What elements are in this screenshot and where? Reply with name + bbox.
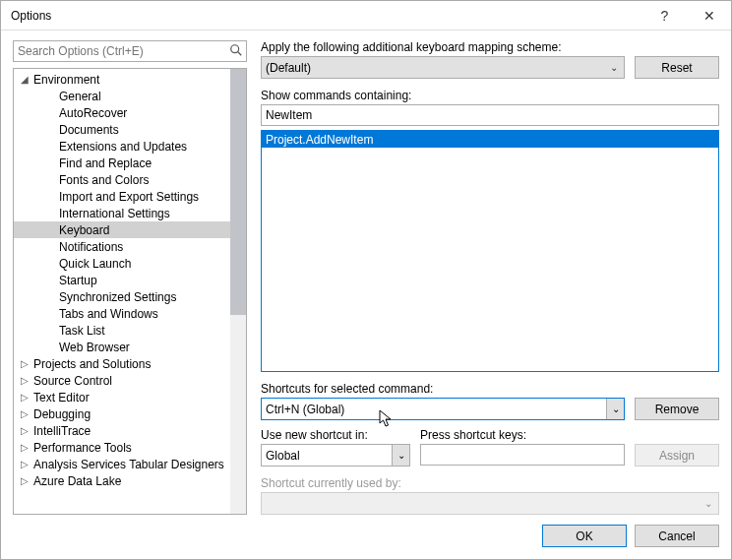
tree-node-projects-and-solutions[interactable]: ▷Projects and Solutions (14, 355, 230, 372)
tree-node-label: Text Editor (31, 391, 92, 404)
chevron-down-icon: ⌄ (606, 399, 624, 419)
ok-button[interactable]: OK (542, 525, 627, 547)
remove-button[interactable]: Remove (635, 398, 719, 420)
help-button[interactable]: ? (642, 1, 687, 31)
tree-node-label: Find and Replace (57, 156, 153, 170)
dialog-footer: OK Cancel (1, 515, 731, 559)
tree-node-label: Analysis Services Tabular Designers (31, 458, 226, 471)
tree-node-quick-launch[interactable]: Quick Launch (14, 255, 230, 272)
tree-scrollbar[interactable] (230, 69, 246, 514)
reset-button[interactable]: Reset (635, 56, 719, 79)
titlebar: Options ? ✕ (1, 1, 731, 31)
command-list-item[interactable]: Project.AddNewItem (262, 131, 718, 148)
tree-node-label: Source Control (31, 374, 114, 388)
window-title: Options (11, 9, 642, 23)
tree-node-label: IntelliTrace (31, 424, 92, 438)
tree-node-tabs-and-windows[interactable]: Tabs and Windows (14, 305, 230, 322)
tree-scroll-thumb[interactable] (230, 69, 246, 315)
cancel-button[interactable]: Cancel (635, 525, 719, 547)
press-keys-input[interactable] (420, 444, 625, 466)
options-dialog: Options ? ✕ ◢EnvironmentGeneralAutoRecov… (0, 0, 732, 560)
tree-node-label: Projects and Solutions (31, 357, 152, 371)
tree-node-label: Startup (57, 274, 99, 287)
keyboard-options-panel: Apply the following additional keyboard … (261, 40, 719, 515)
tree-node-label: Azure Data Lake (31, 474, 123, 488)
shortcuts-select[interactable]: Ctrl+N (Global) ⌄ (261, 398, 625, 420)
commands-listbox[interactable]: Project.AddNewItem (261, 130, 719, 372)
tree-node-label: Synchronized Settings (57, 290, 178, 304)
scope-select[interactable]: Global ⌄ (261, 444, 410, 467)
close-button[interactable]: ✕ (687, 1, 731, 31)
tree-node-label: Import and Export Settings (57, 190, 201, 204)
tree-node-environment[interactable]: ◢Environment (14, 71, 230, 88)
tree-node-general[interactable]: General (14, 88, 230, 104)
tree-node-notifications[interactable]: Notifications (14, 238, 230, 255)
scheme-label: Apply the following additional keyboard … (261, 40, 719, 54)
tree-node-web-browser[interactable]: Web Browser (14, 339, 230, 355)
tree-node-label: Notifications (57, 240, 125, 254)
tree-node-intellitrace[interactable]: ▷IntelliTrace (14, 422, 230, 439)
currently-used-select: ⌄ (261, 492, 719, 515)
press-keys-label: Press shortcut keys: (420, 428, 719, 442)
options-tree[interactable]: ◢EnvironmentGeneralAutoRecoverDocumentsE… (14, 69, 230, 514)
chevron-right-icon[interactable]: ▷ (18, 425, 31, 436)
tree-node-label: Keyboard (57, 223, 111, 237)
svg-point-0 (231, 45, 239, 53)
tree-node-label: AutoRecover (57, 106, 129, 120)
tree-node-label: General (57, 90, 103, 103)
tree-node-startup[interactable]: Startup (14, 272, 230, 288)
chevron-down-icon[interactable]: ◢ (18, 74, 31, 85)
chevron-down-icon: ⌄ (392, 445, 409, 466)
command-filter-input[interactable] (261, 104, 719, 126)
chevron-down-icon: ⌄ (704, 498, 712, 509)
chevron-right-icon[interactable]: ▷ (18, 459, 31, 469)
tree-node-label: International Settings (57, 207, 172, 220)
tree-node-import-and-export-settings[interactable]: Import and Export Settings (14, 188, 230, 205)
tree-node-keyboard[interactable]: Keyboard (14, 221, 230, 238)
shortcut-value: Ctrl+N (Global) (266, 403, 344, 416)
tree-node-task-list[interactable]: Task List (14, 322, 230, 339)
search-icon (229, 43, 243, 60)
tree-node-debugging[interactable]: ▷Debugging (14, 405, 230, 422)
scheme-select[interactable]: (Default) ⌄ (261, 56, 625, 79)
tree-node-label: Extensions and Updates (57, 140, 189, 154)
chevron-down-icon: ⌄ (610, 62, 618, 73)
currently-used-label: Shortcut currently used by: (261, 476, 719, 490)
tree-node-synchronized-settings[interactable]: Synchronized Settings (14, 288, 230, 305)
tree-node-label: Tabs and Windows (57, 307, 160, 321)
assign-button: Assign (635, 444, 719, 467)
tree-node-text-editor[interactable]: ▷Text Editor (14, 389, 230, 405)
tree-node-find-and-replace[interactable]: Find and Replace (14, 155, 230, 171)
tree-node-performance-tools[interactable]: ▷Performance Tools (14, 439, 230, 456)
use-new-shortcut-label: Use new shortcut in: (261, 428, 410, 442)
tree-node-label: Debugging (31, 407, 92, 421)
scheme-value: (Default) (266, 61, 311, 75)
tree-node-autorecover[interactable]: AutoRecover (14, 104, 230, 121)
tree-node-label: Environment (31, 73, 101, 87)
tree-node-label: Documents (57, 123, 121, 137)
tree-node-analysis-services-tabular-designers[interactable]: ▷Analysis Services Tabular Designers (14, 456, 230, 472)
chevron-right-icon[interactable]: ▷ (18, 375, 31, 386)
search-input[interactable] (13, 40, 247, 62)
shortcuts-for-label: Shortcuts for selected command: (261, 382, 719, 396)
help-icon: ? (661, 8, 669, 24)
tree-node-documents[interactable]: Documents (14, 121, 230, 138)
scope-value: Global (266, 449, 300, 463)
tree-node-extensions-and-updates[interactable]: Extensions and Updates (14, 138, 230, 155)
tree-node-international-settings[interactable]: International Settings (14, 205, 230, 221)
tree-node-source-control[interactable]: ▷Source Control (14, 372, 230, 389)
tree-node-azure-data-lake[interactable]: ▷Azure Data Lake (14, 472, 230, 489)
show-commands-label: Show commands containing: (261, 89, 719, 102)
chevron-right-icon[interactable]: ▷ (18, 358, 31, 369)
svg-line-1 (238, 52, 242, 56)
tree-node-label: Web Browser (57, 341, 132, 354)
chevron-right-icon[interactable]: ▷ (18, 475, 31, 486)
left-panel: ◢EnvironmentGeneralAutoRecoverDocumentsE… (13, 40, 247, 515)
close-icon: ✕ (703, 8, 715, 24)
tree-node-fonts-and-colors[interactable]: Fonts and Colors (14, 171, 230, 188)
chevron-right-icon[interactable]: ▷ (18, 392, 31, 403)
chevron-right-icon[interactable]: ▷ (18, 442, 31, 453)
tree-node-label: Quick Launch (57, 257, 133, 271)
chevron-right-icon[interactable]: ▷ (18, 408, 31, 419)
tree-node-label: Task List (57, 324, 107, 338)
